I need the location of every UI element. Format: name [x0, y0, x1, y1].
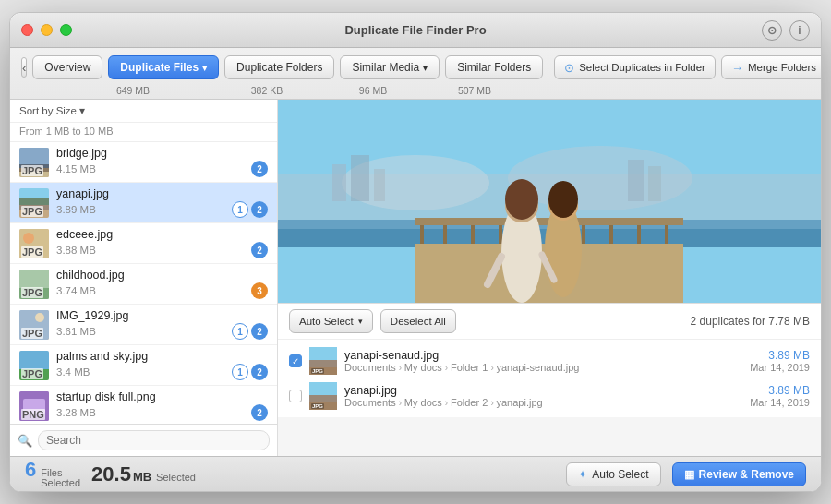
list-item[interactable]: JPG childhood.jpg 3.74 MB 3	[10, 264, 277, 305]
svg-point-53	[505, 179, 538, 220]
left-panel: Sort by Size ▾ From 1 MB to 10 MB	[10, 100, 278, 456]
dup-file-path-2: Documents › My docs › Folder 2 › yanapi.…	[344, 397, 742, 408]
toolbar: ‹ Overview Duplicate Files Duplicate Fol…	[10, 48, 821, 100]
svg-point-9	[23, 233, 34, 244]
file-name: bridge.jpg	[56, 147, 268, 160]
file-info: bridge.jpg 4.15 MB 2	[56, 147, 268, 177]
tab-similar-media[interactable]: Similar Media	[340, 55, 440, 79]
status-files: 6 Files Selected	[25, 460, 80, 488]
dup-file-icon-1: JPG	[309, 347, 337, 375]
main-content: Sort by Size ▾ From 1 MB to 10 MB	[10, 100, 821, 456]
dup-toolbar: Auto Select ▾ Deselect All 2 duplicates …	[278, 304, 821, 340]
back-button[interactable]: ‹	[21, 57, 27, 78]
file-meta: 3.4 MB 1 2	[56, 364, 268, 380]
size-duplicate-files: 649 MB	[116, 85, 150, 96]
deselect-all-button[interactable]: Deselect All	[380, 309, 456, 333]
file-name: IMG_1929.jpg	[56, 309, 268, 322]
dup-file-path-1: Documents › My docs › Folder 1 › yanapi-…	[344, 362, 742, 373]
list-item[interactable]: JPG palms and sky.jpg 3.4 MB 1 2	[10, 345, 277, 386]
size-selected-label: Selected	[156, 473, 196, 483]
sort-bar[interactable]: Sort by Size ▾	[10, 100, 277, 123]
file-list: JPG bridge.jpg 4.15 MB 2	[10, 142, 277, 424]
svg-rect-0	[19, 148, 49, 164]
file-info: childhood.jpg 3.74 MB 3	[56, 269, 268, 299]
badge: 3	[251, 282, 268, 299]
size-similar-folders: 507 MB	[458, 85, 491, 96]
size-similar-media: 96 MB	[359, 85, 387, 96]
size-unit: MB	[133, 470, 151, 484]
file-icon-yanapi: JPG	[19, 188, 49, 218]
review-remove-button[interactable]: ▦ Review & Remove	[672, 462, 806, 486]
file-meta: 3.28 MB 2	[56, 404, 268, 421]
list-item[interactable]: JPG yanapi.jpg 3.89 MB 1 2	[10, 183, 277, 223]
svg-point-56	[548, 181, 578, 218]
badge: 2	[251, 242, 268, 258]
select-duplicates-button[interactable]: ⊙ Select Duplicates in Folder	[554, 55, 716, 79]
tab-overview[interactable]: Overview	[32, 55, 102, 79]
svg-rect-59	[309, 347, 337, 360]
status-auto-select-button[interactable]: ✦ Auto Select	[566, 462, 660, 486]
maximize-button[interactable]	[60, 24, 72, 36]
dup-checkbox-1[interactable]: ✓	[289, 354, 302, 367]
window-controls	[21, 24, 72, 36]
file-icon-childhood: JPG	[19, 270, 49, 299]
merge-folders-button[interactable]: → Merge Folders	[721, 55, 822, 79]
file-name: edceee.jpg	[56, 228, 268, 241]
file-icon-edceee: JPG	[19, 229, 49, 258]
badge: 2	[251, 364, 268, 380]
badge: 2	[251, 404, 268, 421]
close-button[interactable]	[21, 24, 33, 36]
list-item[interactable]: JPG edceee.jpg 3.88 MB 2	[10, 223, 277, 264]
star-icon: ✦	[578, 468, 587, 481]
dup-file-info-1: yanapi-senaud.jpg Documents › My docs › …	[344, 349, 742, 373]
list-item[interactable]: JPG IMG_1929.jpg 3.61 MB 1 2	[10, 305, 277, 345]
file-meta: 3.89 MB 1 2	[56, 201, 268, 218]
tab-similar-folders[interactable]: Similar Folders	[445, 55, 543, 79]
titlebar: Duplicate File Finder Pro ⊙ i	[10, 13, 821, 48]
file-icon-img1929: JPG	[19, 310, 49, 340]
badge: 2	[251, 323, 268, 340]
wifi-icon[interactable]: ⊙	[762, 20, 782, 41]
badge: 2	[251, 161, 268, 177]
dup-file-name-1: yanapi-senaud.jpg	[344, 349, 742, 362]
svg-point-13	[35, 313, 44, 322]
table-row[interactable]: JPG yanapi.jpg Documents › My docs › Fol…	[278, 378, 821, 414]
info-icon[interactable]: i	[789, 20, 810, 41]
dup-checkbox-2[interactable]	[289, 390, 302, 402]
file-info: edceee.jpg 3.88 MB 2	[56, 228, 268, 258]
dup-file-name-2: yanapi.jpg	[344, 384, 742, 397]
file-icon-bridge: JPG	[19, 148, 49, 177]
badge: 1	[232, 323, 248, 340]
search-input[interactable]	[38, 430, 270, 450]
preview-area	[278, 100, 821, 303]
dup-list: ✓ JPG yanapi-senaud.jpg	[278, 340, 821, 417]
svg-rect-33	[351, 155, 369, 201]
tab-duplicate-files[interactable]: Duplicate Files	[108, 55, 219, 79]
range-bar: From 1 MB to 10 MB	[10, 123, 277, 142]
file-meta: 3.88 MB 2	[56, 242, 268, 258]
size-duplicate-folders: 382 KB	[251, 85, 283, 96]
svg-rect-34	[374, 169, 385, 201]
list-item[interactable]: PNG startup disk full.png 3.28 MB 2	[10, 386, 277, 424]
tab-duplicate-folders[interactable]: Duplicate Folders	[224, 55, 334, 79]
merge-icon: →	[731, 61, 743, 75]
selected-label: Selected	[41, 478, 80, 488]
file-icon-startup: PNG	[19, 391, 49, 421]
dup-file-icon-2: JPG	[309, 382, 337, 410]
status-bar: 6 Files Selected 20.5 MB Selected ✦ Auto…	[10, 456, 821, 491]
dup-file-size-2: 3.89 MB	[750, 384, 810, 397]
svg-rect-14	[19, 351, 49, 369]
dup-file-date-2: Mar 14, 2019	[750, 397, 810, 408]
bottom-panel: Auto Select ▾ Deselect All 2 duplicates …	[278, 303, 821, 417]
table-row[interactable]: ✓ JPG yanapi-senaud.jpg	[278, 343, 821, 378]
dup-file-info-2: yanapi.jpg Documents › My docs › Folder …	[344, 384, 742, 408]
file-meta: 3.74 MB 3	[56, 282, 268, 299]
auto-select-button[interactable]: Auto Select ▾	[289, 309, 373, 333]
status-size: 20.5 MB Selected	[91, 462, 196, 486]
dup-right-1: 3.89 MB Mar 14, 2019	[750, 349, 810, 373]
file-icon-palms: JPG	[19, 351, 49, 380]
file-info: palms and sky.jpg 3.4 MB 1 2	[56, 350, 268, 380]
list-item[interactable]: JPG bridge.jpg 4.15 MB 2	[10, 142, 277, 183]
badge: 1	[232, 201, 248, 218]
minimize-button[interactable]	[41, 24, 53, 36]
